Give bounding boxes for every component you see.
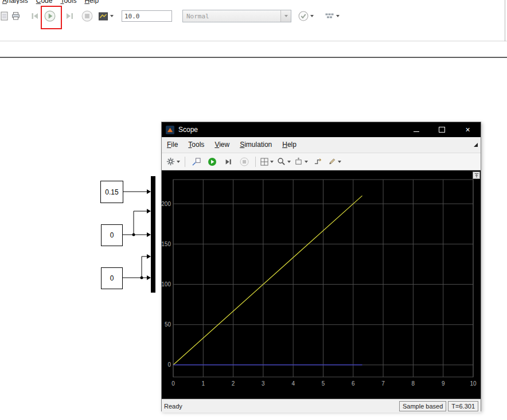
toolbar-separator: [255, 157, 256, 167]
svg-text:7: 7: [381, 380, 385, 387]
maximize-icon: [439, 127, 445, 133]
toolbar-separator: [185, 157, 185, 167]
constant-value: 0.15: [105, 188, 118, 196]
chevron-down-icon: [110, 15, 114, 17]
minimize-icon: [414, 131, 419, 132]
svg-text:3: 3: [262, 380, 265, 387]
highlight-block-button[interactable]: [189, 155, 204, 169]
simulink-desktop: AnalysisCodeToolsHelp: [0, 0, 507, 420]
printer-icon: [11, 11, 21, 21]
svg-text:2: 2: [232, 380, 235, 387]
chevron-down-icon: [310, 15, 314, 17]
sim-mode-select[interactable]: Normal: [182, 10, 291, 22]
trigger-button[interactable]: [310, 155, 325, 169]
step-forward-icon: [224, 158, 232, 166]
sim-stop-time-input[interactable]: [122, 10, 172, 22]
layouts-button[interactable]: [259, 155, 275, 169]
combo-dropdown-button[interactable]: [280, 10, 291, 22]
menu-item-tools[interactable]: Tools: [183, 137, 209, 152]
chevron-down-icon: [287, 161, 291, 163]
measurements-button[interactable]: [326, 155, 342, 169]
menu-item-code[interactable]: Code: [36, 0, 53, 4]
menu-item-file[interactable]: File: [162, 137, 183, 152]
menu-item-tools[interactable]: Tools: [60, 0, 76, 4]
menu-item-view[interactable]: View: [209, 137, 235, 152]
svg-text:6: 6: [352, 380, 355, 387]
constant-block-3[interactable]: 0: [101, 267, 123, 289]
menu-item-help[interactable]: Help: [277, 137, 302, 152]
scope-titlebar[interactable]: Scope ×: [162, 122, 481, 137]
chevron-down-icon: [270, 161, 274, 163]
scope-toolbar: [162, 153, 481, 170]
data-inspector-button[interactable]: [98, 8, 114, 24]
close-button[interactable]: ×: [455, 122, 481, 137]
main-toolbar: Normal: [0, 6, 507, 28]
window-edge-line: [505, 0, 505, 41]
scope-status-text: Ready: [164, 403, 182, 410]
main-menubar: AnalysisCodeToolsHelp: [0, 0, 344, 4]
highlight-block-icon: [192, 157, 201, 166]
check-circle-icon: [298, 11, 309, 21]
constant-value: 0: [110, 231, 114, 239]
scope-statusbar: Ready Sample based T=6.301: [162, 399, 481, 413]
menu-item-help[interactable]: Help: [84, 0, 99, 4]
play-icon: [208, 157, 217, 166]
trigger-icon: [314, 157, 322, 166]
sample-mode-indicator: Sample based: [399, 401, 446, 411]
constant-value: 0: [110, 274, 114, 282]
svg-text:4: 4: [291, 380, 295, 387]
scope-app-icon: [166, 126, 174, 134]
menu-item-simulation[interactable]: Simulation: [235, 137, 277, 152]
window-controls: ×: [403, 122, 481, 137]
sim-time-indicator: T=6.301: [448, 401, 478, 411]
svg-text:5: 5: [322, 380, 325, 387]
magnifier-icon: [277, 157, 286, 166]
stop-icon: [81, 10, 93, 22]
svg-text:50: 50: [165, 321, 171, 328]
scope-run-button[interactable]: [205, 155, 220, 169]
svg-text:150: 150: [162, 241, 171, 247]
scope-settings-button[interactable]: [165, 155, 181, 169]
step-forward-icon: [65, 11, 74, 21]
chevron-down-icon: [338, 161, 341, 163]
maximize-button[interactable]: [429, 122, 455, 137]
svg-text:0: 0: [171, 380, 175, 387]
scope-menubar: FileToolsViewSimulationHelp: [162, 137, 481, 153]
svg-text:10: 10: [470, 380, 477, 387]
chevron-down-icon: [336, 15, 340, 17]
svg-text:0: 0: [167, 361, 171, 368]
scope-step-forward-button[interactable]: [221, 155, 236, 169]
scale-axes-button[interactable]: [293, 155, 309, 169]
scope-plot: 012345678910050100150200: [162, 170, 481, 399]
chevron-down-icon: [284, 15, 288, 17]
model-advisor-button[interactable]: [298, 8, 314, 24]
menu-item-analysis[interactable]: Analysis: [2, 0, 28, 4]
data-inspector-icon: [98, 12, 108, 21]
constant-block-2[interactable]: 0: [101, 224, 123, 246]
gear-icon: [166, 157, 175, 166]
build-button[interactable]: [325, 8, 340, 24]
run-button-highlight: [41, 6, 62, 29]
build-bricks-icon: [325, 12, 334, 20]
step-forward-button[interactable]: [62, 8, 77, 24]
dock-arrow-icon[interactable]: [474, 143, 478, 147]
chevron-down-icon: [177, 161, 180, 163]
minimize-button[interactable]: [403, 122, 429, 137]
constant-block-1[interactable]: 0.15: [100, 181, 123, 203]
svg-text:100: 100: [162, 281, 171, 287]
svg-text:8: 8: [412, 380, 415, 387]
scope-stop-button[interactable]: [237, 155, 252, 169]
maximize-axes-icon[interactable]: [473, 172, 480, 179]
chevron-down-icon: [305, 161, 308, 163]
step-back-icon: [30, 11, 40, 21]
scope-window: Scope × FileToolsViewSimulationHelp: [161, 122, 481, 411]
scope-chart: 012345678910050100150200: [162, 170, 481, 399]
pencil-icon: [327, 157, 336, 166]
print-button[interactable]: [8, 8, 23, 24]
mux-block[interactable]: [151, 176, 155, 293]
stop-button[interactable]: [80, 8, 95, 24]
zoom-button[interactable]: [276, 155, 292, 169]
separator-line: [0, 41, 507, 41]
sim-mode-value: Normal: [183, 13, 280, 20]
svg-text:1: 1: [202, 380, 205, 387]
